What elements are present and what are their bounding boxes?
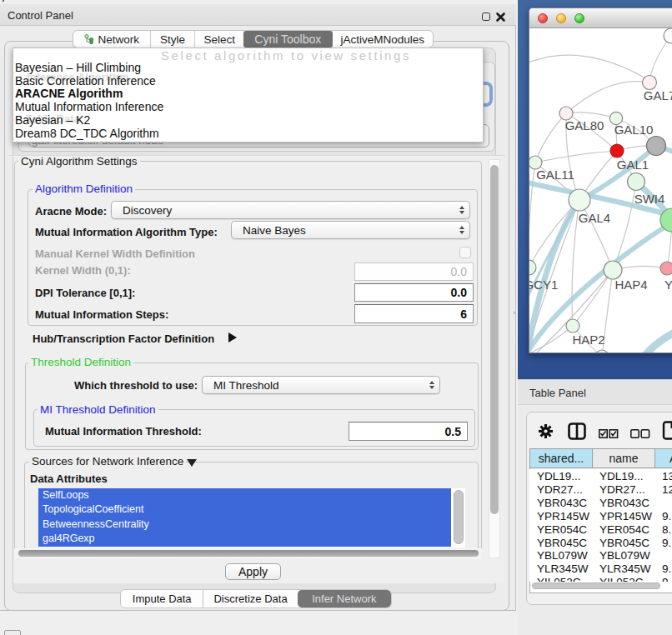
network-graph[interactable]: GAL7GAL80GAL10GAL1GAL11SWI4GAL4GCY1HAP4Y…	[529, 28, 672, 353]
network-node-gcy1[interactable]	[529, 260, 536, 275]
network-window-titlebar[interactable]	[529, 8, 672, 28]
algorithm-option-basic-correlation-inference[interactable]: Basic Correlation Inference	[15, 75, 156, 88]
gear-icon[interactable]	[538, 423, 554, 439]
unchecked-boxes-icon[interactable]	[630, 427, 650, 442]
column-header-name[interactable]: name	[592, 449, 654, 468]
table-row[interactable]: YPR145WYPR145W9.	[529, 510, 672, 523]
manual-kernel-checkbox[interactable]	[459, 247, 471, 258]
zoom-traffic-light-icon[interactable]	[574, 13, 584, 23]
mi-type-value: Naive Bayes	[232, 224, 306, 237]
table-hscrollbar-thumb[interactable]	[532, 582, 660, 589]
attribute-item-gal4rgexp[interactable]: gal4RGexp	[38, 532, 451, 546]
attribute-item-topologicalcoefficient[interactable]: TopologicalCoefficient	[38, 502, 451, 517]
control-panel-titlebar[interactable]	[0, 4, 516, 26]
network-node-hap2[interactable]	[566, 319, 579, 332]
network-node[interactable]	[595, 350, 609, 353]
column-header-shared-[interactable]: shared...	[529, 449, 592, 468]
network-node-gal10[interactable]	[647, 137, 666, 156]
mi-steps-field[interactable]: 6	[354, 304, 474, 323]
attribute-item-selfloops[interactable]: SelfLoops	[38, 488, 451, 502]
attributes-scrollbar-thumb[interactable]	[454, 490, 464, 544]
mi-type-combo[interactable]: Naive Bayes	[231, 221, 470, 239]
data-attributes-list[interactable]: SelfLoopsTopologicalCoefficientBetweenne…	[38, 488, 465, 548]
table-cell: YER054C	[537, 523, 587, 537]
network-node[interactable]	[664, 28, 672, 43]
aracne-mode-combo[interactable]: Discovery	[111, 201, 470, 219]
top-edge-mark	[3, 0, 4, 2]
settings-hscrollbar-thumb[interactable]	[18, 550, 479, 557]
dpi-tolerance-field[interactable]: 0.0	[354, 283, 474, 302]
algorithm-option-bayesian-hill-climbing[interactable]: Bayesian – Hill Climbing	[15, 62, 141, 75]
expand-arrow-icon[interactable]	[228, 332, 237, 342]
tab-label: Cyni Toolbox	[254, 32, 321, 46]
checked-boxes-icon[interactable]	[599, 427, 619, 442]
table-row[interactable]: YIL052CYIL052C9.	[529, 576, 672, 582]
tab-jactivemnodules[interactable]: jActiveMNodules	[333, 31, 433, 48]
network-node-label: GAL80	[565, 118, 604, 132]
apply-button[interactable]: Apply	[225, 563, 281, 580]
algorithm-option-bayesian-k2[interactable]: Bayesian – K2	[15, 114, 90, 128]
tab-select[interactable]: Select	[194, 31, 243, 48]
table-row[interactable]: YBR045CYBR045C9.	[529, 537, 672, 550]
float-window-icon[interactable]	[482, 12, 490, 21]
bottom-tab-infer-network[interactable]: Infer Network	[298, 590, 391, 608]
collapse-arrow-icon[interactable]	[187, 459, 197, 467]
document-icon[interactable]	[662, 421, 672, 443]
mi-threshold-group-title: MI Threshold Definition	[38, 404, 158, 415]
network-node-swi4[interactable]	[628, 173, 645, 191]
attribute-item-betweennesscentrality[interactable]: BetweennessCentrality	[38, 518, 451, 532]
table-row[interactable]: YDR27...YDR27...12	[529, 483, 672, 497]
table-hscrollbar-track[interactable]	[530, 582, 672, 592]
hub-factor-label[interactable]: Hub/Transcription Factor Definition	[33, 332, 214, 345]
corner-button[interactable]	[4, 630, 21, 635]
split-columns-icon[interactable]	[568, 422, 586, 443]
tab-cyni-toolbox[interactable]: Cyni Toolbox	[243, 31, 333, 48]
table-cell: YLR345W	[537, 562, 589, 576]
algorithm-option-mutual-information-inference[interactable]: Mutual Information Inference	[15, 101, 163, 114]
algorithm-definition-title: Algorithm Definition	[33, 183, 135, 194]
network-view-window: GAL7GAL80GAL10GAL1GAL11SWI4GAL4GCY1HAP4Y…	[529, 8, 672, 353]
table-cell: YDL19...	[599, 470, 644, 483]
network-edge-thick[interactable]	[643, 331, 672, 353]
table-row[interactable]: YLR345WYLR345W9.	[529, 562, 672, 576]
bottom-tab-impute-data[interactable]: Impute Data	[121, 590, 203, 608]
mi-steps-label: Mutual Information Steps:	[35, 308, 168, 321]
network-node-label: SWI4	[634, 192, 665, 206]
close-traffic-light-icon[interactable]	[538, 13, 548, 23]
network-node-label: GAL11	[536, 168, 574, 182]
algorithm-option-aracne-algorithm[interactable]: ARACNE Algorithm	[15, 88, 123, 101]
column-header-a[interactable]: A	[654, 449, 672, 468]
table-row[interactable]: YBL079WYBL079W	[529, 549, 672, 562]
network-edge[interactable]	[529, 55, 643, 77]
tab-network[interactable]: Network	[73, 31, 150, 48]
mi-threshold-label: Mutual Information Threshold:	[45, 425, 202, 438]
network-edge[interactable]	[535, 113, 566, 162]
network-node-gal7[interactable]	[643, 76, 657, 90]
network-edge[interactable]	[529, 162, 535, 268]
network-node-gal4[interactable]	[569, 189, 590, 211]
network-node-y[interactable]	[660, 262, 672, 275]
mi-threshold-value: 0.5	[445, 425, 461, 438]
network-edge[interactable]	[535, 151, 617, 162]
network-edge[interactable]	[566, 82, 649, 113]
mi-threshold-field[interactable]: 0.5	[349, 422, 468, 441]
splitter-mark[interactable]: ›	[513, 309, 517, 316]
table-row[interactable]: YBR043CYBR043C	[529, 497, 672, 510]
threshold-definition-title: Threshold Definition	[28, 357, 133, 368]
table-cell: 9.	[662, 510, 671, 523]
tab-label: Style	[160, 33, 185, 46]
network-node-hap4[interactable]	[604, 261, 622, 279]
dpi-tolerance-value: 0.0	[451, 286, 467, 299]
table-row[interactable]: YDL19...YDL19...13	[529, 470, 672, 483]
settings-vscrollbar-thumb[interactable]	[490, 165, 499, 514]
tab-style[interactable]: Style	[150, 31, 195, 48]
close-icon[interactable]	[495, 11, 506, 22]
kernel-width-field[interactable]: 0.0	[354, 262, 474, 281]
minimize-traffic-light-icon[interactable]	[556, 13, 566, 23]
network-node-gal1[interactable]	[610, 144, 624, 158]
algorithm-option-dream8-dc-tdc-algorithm[interactable]: Dream8 DC_TDC Algorithm	[15, 128, 159, 141]
table-cell: YDL19...	[537, 470, 581, 483]
bottom-tab-discretize-data[interactable]: Discretize Data	[203, 590, 297, 608]
which-threshold-combo[interactable]: MI Threshold	[202, 376, 440, 394]
table-row[interactable]: YER054CYER054C8.	[529, 523, 672, 537]
